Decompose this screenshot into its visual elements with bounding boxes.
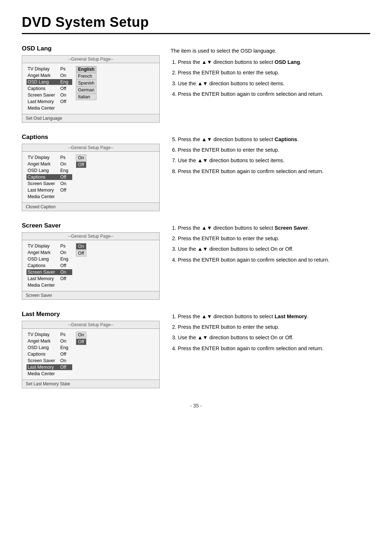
section-title-last-memory: Last Memory xyxy=(22,311,160,318)
instruction-item-screen-saver-3: Press the ENTER button again to confirm … xyxy=(178,256,370,264)
setup-box-screen-saver: --General Setup Page--TV DisplayPsAngel … xyxy=(22,232,160,300)
menu-item-screen-saver-6: Media Center xyxy=(26,282,72,288)
left-col-screen-saver: Screen Saver--General Setup Page--TV Dis… xyxy=(22,222,160,300)
setup-box-osd-lang: --General Setup Page--TV DisplayPsAngel … xyxy=(22,55,160,123)
menu-item-name: Last Memory xyxy=(28,99,57,104)
menu-item-value: Off xyxy=(60,175,71,180)
instruction-item-osd-lang-0: Press the ▲▼ direction buttons to select… xyxy=(178,58,370,66)
instruction-item-osd-lang-1: Press the ENTER button to enter the setu… xyxy=(178,69,370,77)
intro-text-osd-lang: The item is used to select the OSD langu… xyxy=(171,47,370,55)
menu-item-name: Last Memory xyxy=(28,365,57,370)
setup-box-header-screen-saver: --General Setup Page-- xyxy=(22,233,159,240)
dropdown-option-osd-lang-2[interactable]: Spanish xyxy=(76,80,97,86)
menu-item-last-memory-5: Last MemoryOff xyxy=(26,364,72,370)
menu-item-value: Eng xyxy=(60,257,71,262)
menu-item-captions-0: TV DisplayPs xyxy=(26,155,72,160)
menu-item-osd-lang-6: Media Center xyxy=(26,105,72,111)
menu-item-name: OSD Lang xyxy=(28,257,57,262)
instruction-item-captions-2: Use the ▲▼ direction buttons to select i… xyxy=(178,156,370,165)
menu-item-value: Ps xyxy=(60,243,71,249)
page-number: - 35 - xyxy=(22,403,370,409)
menu-item-value: On xyxy=(60,161,71,167)
menu-item-name: Angel Mark xyxy=(28,250,57,255)
instructions-list-captions: Press the ▲▼ direction buttons to select… xyxy=(171,135,370,176)
menu-item-name: OSD Lang xyxy=(28,79,57,85)
menu-item-value: On xyxy=(60,339,71,344)
menu-item-value: Off xyxy=(60,365,71,370)
menu-item-screen-saver-2: OSD LangEng xyxy=(26,256,72,262)
instruction-item-screen-saver-0: Press the ▲▼ direction buttons to select… xyxy=(178,224,370,232)
menu-item-value: Off xyxy=(60,188,71,193)
instruction-item-last-memory-3: Press the ENTER button again to confirm … xyxy=(178,344,370,353)
menu-item-value: Off xyxy=(60,86,71,91)
instruction-item-osd-lang-3: Press the ENTER button again to confirm … xyxy=(178,90,370,98)
setup-box-body-osd-lang: TV DisplayPsAngel MarkOnOSD LangEngCapti… xyxy=(22,63,159,114)
menu-item-name: Angel Mark xyxy=(28,73,57,78)
menu-item-value xyxy=(60,371,71,376)
left-col-osd-lang: OSD Lang--General Setup Page--TV Display… xyxy=(22,45,160,123)
menu-item-name: Last Memory xyxy=(28,276,57,281)
section-last-memory: Last Memory--General Setup Page--TV Disp… xyxy=(22,311,370,388)
section-screen-saver: Screen Saver--General Setup Page--TV Dis… xyxy=(22,222,370,300)
instruction-item-captions-1: Press the ENTER button to enter the setu… xyxy=(178,146,370,154)
menu-item-name: Screen Saver xyxy=(28,358,57,363)
menu-item-last-memory-2: OSD LangEng xyxy=(26,345,72,351)
menu-item-value: Off xyxy=(60,352,71,357)
menu-item-osd-lang-1: Angel MarkOn xyxy=(26,73,72,78)
dropdown-osd-lang: EnglishFrenchSpanishGermanItalian xyxy=(76,66,97,111)
menu-item-value: Ps xyxy=(60,155,71,160)
menu-item-value: On xyxy=(60,93,71,98)
sub-option-screen-saver-1[interactable]: Off xyxy=(76,250,86,257)
sub-option-screen-saver-0[interactable]: On xyxy=(76,243,86,250)
dropdown-option-osd-lang-4[interactable]: Italian xyxy=(76,94,97,100)
sub-option-last-memory-0[interactable]: On xyxy=(76,332,86,338)
menu-item-name: Media Center xyxy=(28,283,57,288)
right-col-screen-saver: Press the ▲▼ direction buttons to select… xyxy=(171,222,370,300)
sub-option-captions-0[interactable]: On xyxy=(76,155,86,161)
sub-option-last-memory-1[interactable]: Off xyxy=(76,339,86,345)
menu-item-name: TV Display xyxy=(28,332,57,337)
menu-item-value: Off xyxy=(60,263,71,268)
setup-box-header-osd-lang: --General Setup Page-- xyxy=(22,56,159,63)
sub-option-captions-1[interactable]: Off xyxy=(76,161,86,168)
menu-item-value xyxy=(60,283,71,288)
setup-box-body-screen-saver: TV DisplayPsAngel MarkOnOSD LangEngCapti… xyxy=(22,240,159,291)
menu-item-name: OSD Lang xyxy=(28,345,57,350)
instruction-item-captions-3: Press the ENTER button again to confirm … xyxy=(178,167,370,176)
menu-col-screen-saver: TV DisplayPsAngel MarkOnOSD LangEngCapti… xyxy=(26,243,72,288)
menu-item-captions-3: CaptionsOff xyxy=(26,174,72,180)
instructions-list-screen-saver: Press the ▲▼ direction buttons to select… xyxy=(171,224,370,264)
right-col-captions: Press the ▲▼ direction buttons to select… xyxy=(171,134,370,211)
section-title-captions: Captions xyxy=(22,134,160,141)
menu-item-screen-saver-1: Angel MarkOn xyxy=(26,250,72,255)
menu-item-captions-4: Screen SaverOn xyxy=(26,181,72,187)
dropdown-option-osd-lang-3[interactable]: German xyxy=(76,87,97,93)
menu-item-osd-lang-0: TV DisplayPs xyxy=(26,66,72,72)
menu-item-name: Screen Saver xyxy=(28,181,57,186)
section-title-osd-lang: OSD Lang xyxy=(22,45,160,52)
menu-item-value: Ps xyxy=(60,66,71,71)
menu-item-osd-lang-4: Screen SaverOn xyxy=(26,92,72,98)
menu-col-last-memory: TV DisplayPsAngel MarkOnOSD LangEngCapti… xyxy=(26,332,72,377)
instruction-item-last-memory-0: Press the ▲▼ direction buttons to select… xyxy=(178,312,370,321)
menu-item-captions-6: Media Center xyxy=(26,194,72,200)
menu-item-name: Angel Mark xyxy=(28,339,57,344)
sub-options-screen-saver: OnOff xyxy=(76,243,86,288)
dropdown-option-osd-lang-1[interactable]: French xyxy=(76,73,97,79)
menu-item-name: OSD Lang xyxy=(28,168,57,173)
instruction-item-osd-lang-2: Use the ▲▼ direction buttons to select i… xyxy=(178,79,370,88)
menu-item-screen-saver-5: Last MemoryOff xyxy=(26,276,72,282)
sub-options-captions: OnOff xyxy=(76,155,86,200)
menu-item-name: Last Memory xyxy=(28,188,57,193)
menu-item-last-memory-1: Angel MarkOn xyxy=(26,338,72,344)
instruction-item-screen-saver-1: Press the ENTER button to enter the setu… xyxy=(178,234,370,243)
menu-item-screen-saver-0: TV DisplayPs xyxy=(26,243,72,249)
dropdown-option-osd-lang-0[interactable]: English xyxy=(76,66,97,73)
menu-item-value: On xyxy=(60,250,71,255)
setup-box-captions: --General Setup Page--TV DisplayPsAngel … xyxy=(22,144,160,211)
menu-item-screen-saver-4: Screen SaverOn xyxy=(26,269,72,275)
menu-item-last-memory-3: CaptionsOff xyxy=(26,351,72,357)
menu-item-name: Screen Saver xyxy=(28,270,57,275)
menu-item-value: On xyxy=(60,358,71,363)
menu-item-captions-1: Angel MarkOn xyxy=(26,161,72,167)
